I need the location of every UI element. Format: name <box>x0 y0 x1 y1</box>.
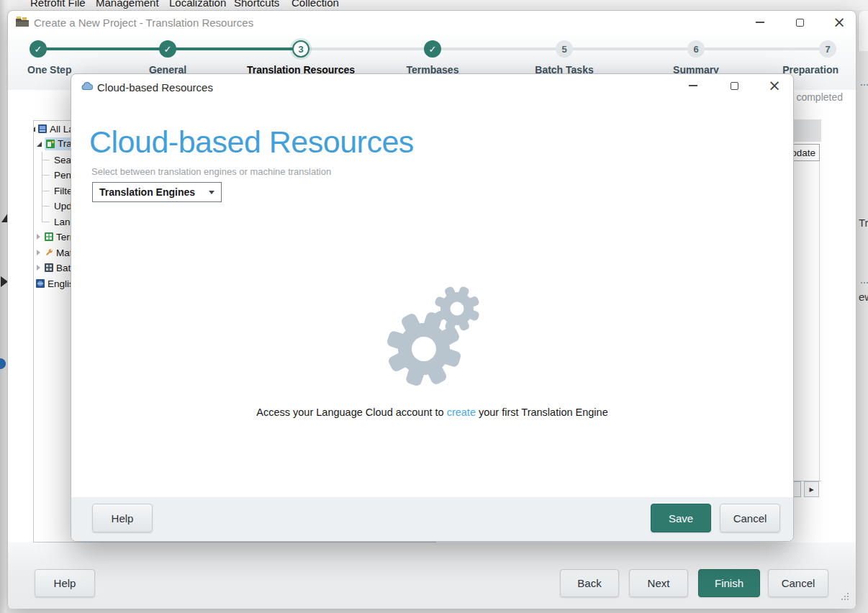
create-link[interactable]: create <box>447 407 476 418</box>
minimize-icon <box>756 22 764 23</box>
expander-icon[interactable] <box>33 127 35 132</box>
dropdown-value: Translation Engines <box>99 186 195 198</box>
background-text-fragment: Tra <box>859 217 868 229</box>
cancel-button[interactable]: Cancel <box>768 569 828 597</box>
maximize-icon <box>731 82 738 90</box>
finish-button[interactable]: Finish <box>698 569 760 597</box>
tree-connector-dash <box>42 175 50 176</box>
app-window-edge <box>0 0 7 613</box>
tree-connector-dash <box>42 191 50 191</box>
close-icon: × <box>768 78 781 94</box>
help-button[interactable]: Help <box>35 569 95 597</box>
check-icon: ✓ <box>35 44 42 55</box>
match-repair-icon <box>45 248 53 257</box>
expander-icon[interactable] <box>37 234 40 240</box>
cloud-icon <box>81 82 93 91</box>
modal-close-button[interactable]: × <box>764 76 785 96</box>
language-pair-icon <box>36 279 45 288</box>
completed-status-text: completed <box>789 91 843 103</box>
termbase-icon <box>45 232 53 241</box>
modal-cancel-button[interactable]: Cancel <box>720 504 780 532</box>
close-button[interactable]: × <box>828 12 850 32</box>
tree-connector-dash <box>42 206 50 206</box>
tree-connector-dash <box>42 160 50 160</box>
step-number: 3 <box>298 44 303 55</box>
background-fragment <box>861 84 868 86</box>
back-button[interactable]: Back <box>560 569 619 597</box>
resource-type-dropdown[interactable]: Translation Engines <box>92 182 222 202</box>
modal-minimize-button[interactable] <box>682 76 704 96</box>
maximize-button[interactable] <box>789 12 810 32</box>
menu-item-retrofit-file[interactable]: Retrofit File <box>30 0 86 9</box>
step-check-circle: ✓ <box>159 40 176 58</box>
maximize-icon <box>796 19 804 27</box>
step-number-circle: 7 <box>819 40 836 58</box>
step-number: 7 <box>825 44 830 55</box>
page-title: Cloud-based Resources <box>89 124 414 160</box>
modal-title: Cloud-based Resources <box>97 81 213 94</box>
empty-state-message: Access your Language Cloud account tocre… <box>71 407 793 418</box>
table-gridline <box>819 161 820 481</box>
app-menubar: Retrofit File Management Localization Sh… <box>0 0 868 10</box>
folder-icon <box>16 17 29 27</box>
step-check-circle: ✓ <box>424 40 441 58</box>
next-button[interactable]: Next <box>629 569 688 597</box>
check-icon: ✓ <box>429 44 437 55</box>
step-number: 5 <box>561 44 566 55</box>
menu-item-localization[interactable]: Localization <box>169 0 226 9</box>
background-fragment <box>861 282 868 283</box>
dialog-titlebar: Create a New Project - Translation Resou… <box>8 11 856 35</box>
minimize-button[interactable] <box>749 12 771 32</box>
modal-help-button[interactable]: Help <box>92 504 153 532</box>
step-check-circle: ✓ <box>30 40 47 58</box>
check-icon: ✓ <box>164 44 172 55</box>
translation-memory-icon <box>46 140 55 148</box>
modal-maximize-button[interactable] <box>723 76 745 96</box>
step-label: One Step <box>27 64 71 76</box>
step-number-circle: 5 <box>556 40 573 58</box>
menu-item-collection[interactable]: Collection <box>291 0 339 9</box>
right-arrow-icon: ▶ <box>809 486 813 493</box>
expander-icon[interactable] <box>37 250 40 255</box>
scrollbar-right-button[interactable]: ▶ <box>804 481 819 497</box>
step-number-circle: 3 <box>292 40 309 58</box>
tree-connector-dash <box>42 222 50 222</box>
close-icon: × <box>833 15 846 30</box>
expander-icon[interactable] <box>37 265 40 271</box>
page-subtitle: Select between translation engines or ma… <box>91 166 331 177</box>
background-panel-corner <box>858 11 868 51</box>
expander-icon[interactable] <box>37 142 42 147</box>
batch-processing-icon <box>45 263 53 272</box>
message-text: Access your Language Cloud account to <box>256 407 443 418</box>
save-button[interactable]: Save <box>651 504 711 532</box>
chevron-down-icon <box>209 191 214 194</box>
gears-illustration <box>379 277 489 392</box>
dialog-title: Create a New Project - Translation Resou… <box>34 17 253 29</box>
background-text-fragment: ew <box>859 291 868 303</box>
menu-item-shortcuts[interactable]: Shortcuts <box>234 0 279 9</box>
message-text: your first Translation Engine <box>479 407 608 418</box>
step-number: 6 <box>693 44 698 55</box>
menu-item-management[interactable]: Management <box>96 0 159 9</box>
all-languages-icon <box>38 124 47 133</box>
resize-grip[interactable] <box>847 599 849 600</box>
step-number-circle: 6 <box>687 40 705 58</box>
minimize-icon <box>689 85 697 86</box>
cloud-resources-dialog: Cloud-based Resources × Cloud-based Reso… <box>71 73 794 542</box>
